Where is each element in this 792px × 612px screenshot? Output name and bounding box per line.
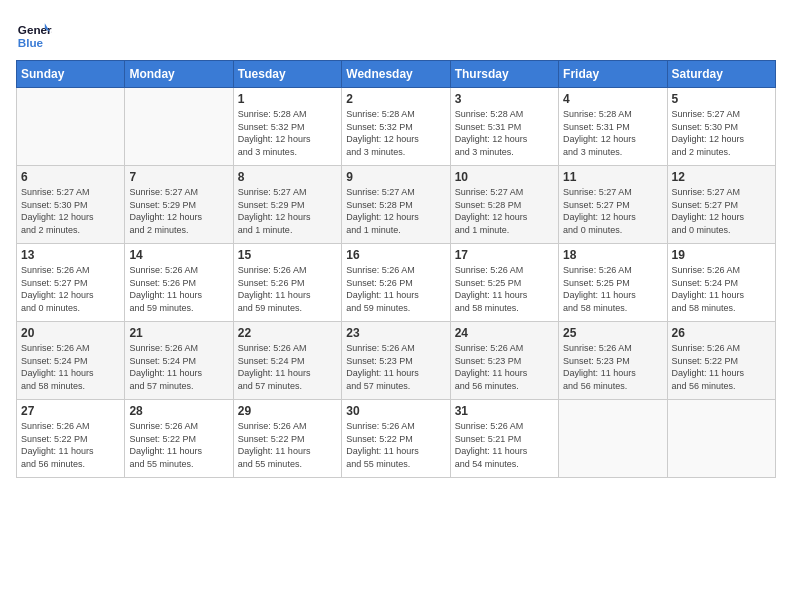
day-info: Sunrise: 5:26 AM Sunset: 5:23 PM Dayligh… [346,342,445,392]
day-info: Sunrise: 5:26 AM Sunset: 5:21 PM Dayligh… [455,420,554,470]
day-number: 12 [672,170,771,184]
calendar-cell: 2Sunrise: 5:28 AM Sunset: 5:32 PM Daylig… [342,88,450,166]
day-info: Sunrise: 5:26 AM Sunset: 5:24 PM Dayligh… [129,342,228,392]
day-info: Sunrise: 5:26 AM Sunset: 5:22 PM Dayligh… [672,342,771,392]
calendar-cell [667,400,775,478]
weekday-header-row: SundayMondayTuesdayWednesdayThursdayFrid… [17,61,776,88]
day-number: 21 [129,326,228,340]
day-info: Sunrise: 5:26 AM Sunset: 5:26 PM Dayligh… [238,264,337,314]
day-info: Sunrise: 5:28 AM Sunset: 5:32 PM Dayligh… [346,108,445,158]
calendar-cell: 5Sunrise: 5:27 AM Sunset: 5:30 PM Daylig… [667,88,775,166]
day-info: Sunrise: 5:26 AM Sunset: 5:22 PM Dayligh… [238,420,337,470]
calendar-cell [559,400,667,478]
day-info: Sunrise: 5:28 AM Sunset: 5:32 PM Dayligh… [238,108,337,158]
calendar-cell: 13Sunrise: 5:26 AM Sunset: 5:27 PM Dayli… [17,244,125,322]
weekday-saturday: Saturday [667,61,775,88]
day-number: 17 [455,248,554,262]
day-number: 22 [238,326,337,340]
calendar-cell: 16Sunrise: 5:26 AM Sunset: 5:26 PM Dayli… [342,244,450,322]
calendar-cell: 20Sunrise: 5:26 AM Sunset: 5:24 PM Dayli… [17,322,125,400]
calendar-cell: 29Sunrise: 5:26 AM Sunset: 5:22 PM Dayli… [233,400,341,478]
day-info: Sunrise: 5:26 AM Sunset: 5:23 PM Dayligh… [455,342,554,392]
weekday-tuesday: Tuesday [233,61,341,88]
day-info: Sunrise: 5:26 AM Sunset: 5:27 PM Dayligh… [21,264,120,314]
calendar-cell: 23Sunrise: 5:26 AM Sunset: 5:23 PM Dayli… [342,322,450,400]
calendar-table: SundayMondayTuesdayWednesdayThursdayFrid… [16,60,776,478]
day-number: 10 [455,170,554,184]
day-number: 3 [455,92,554,106]
day-number: 8 [238,170,337,184]
day-number: 23 [346,326,445,340]
day-number: 6 [21,170,120,184]
day-number: 13 [21,248,120,262]
calendar-cell: 12Sunrise: 5:27 AM Sunset: 5:27 PM Dayli… [667,166,775,244]
day-info: Sunrise: 5:27 AM Sunset: 5:27 PM Dayligh… [672,186,771,236]
day-info: Sunrise: 5:27 AM Sunset: 5:27 PM Dayligh… [563,186,662,236]
calendar-cell: 1Sunrise: 5:28 AM Sunset: 5:32 PM Daylig… [233,88,341,166]
day-info: Sunrise: 5:28 AM Sunset: 5:31 PM Dayligh… [563,108,662,158]
calendar-cell: 14Sunrise: 5:26 AM Sunset: 5:26 PM Dayli… [125,244,233,322]
day-number: 30 [346,404,445,418]
calendar-week-5: 27Sunrise: 5:26 AM Sunset: 5:22 PM Dayli… [17,400,776,478]
calendar-cell [125,88,233,166]
day-info: Sunrise: 5:26 AM Sunset: 5:22 PM Dayligh… [21,420,120,470]
calendar-cell: 24Sunrise: 5:26 AM Sunset: 5:23 PM Dayli… [450,322,558,400]
day-number: 28 [129,404,228,418]
calendar-week-3: 13Sunrise: 5:26 AM Sunset: 5:27 PM Dayli… [17,244,776,322]
day-number: 26 [672,326,771,340]
calendar-week-1: 1Sunrise: 5:28 AM Sunset: 5:32 PM Daylig… [17,88,776,166]
day-number: 31 [455,404,554,418]
calendar-cell: 11Sunrise: 5:27 AM Sunset: 5:27 PM Dayli… [559,166,667,244]
weekday-monday: Monday [125,61,233,88]
calendar-cell: 28Sunrise: 5:26 AM Sunset: 5:22 PM Dayli… [125,400,233,478]
day-info: Sunrise: 5:27 AM Sunset: 5:29 PM Dayligh… [129,186,228,236]
day-number: 18 [563,248,662,262]
weekday-sunday: Sunday [17,61,125,88]
calendar-cell: 19Sunrise: 5:26 AM Sunset: 5:24 PM Dayli… [667,244,775,322]
day-info: Sunrise: 5:26 AM Sunset: 5:24 PM Dayligh… [672,264,771,314]
day-number: 11 [563,170,662,184]
day-number: 4 [563,92,662,106]
logo-icon: General Blue [16,16,52,52]
day-number: 5 [672,92,771,106]
day-info: Sunrise: 5:27 AM Sunset: 5:30 PM Dayligh… [21,186,120,236]
weekday-wednesday: Wednesday [342,61,450,88]
calendar-cell: 31Sunrise: 5:26 AM Sunset: 5:21 PM Dayli… [450,400,558,478]
day-number: 29 [238,404,337,418]
calendar-cell: 27Sunrise: 5:26 AM Sunset: 5:22 PM Dayli… [17,400,125,478]
calendar-cell: 18Sunrise: 5:26 AM Sunset: 5:25 PM Dayli… [559,244,667,322]
day-info: Sunrise: 5:26 AM Sunset: 5:22 PM Dayligh… [346,420,445,470]
calendar-week-4: 20Sunrise: 5:26 AM Sunset: 5:24 PM Dayli… [17,322,776,400]
calendar-cell [17,88,125,166]
day-info: Sunrise: 5:26 AM Sunset: 5:24 PM Dayligh… [21,342,120,392]
day-number: 25 [563,326,662,340]
svg-text:Blue: Blue [18,36,44,49]
calendar-cell: 7Sunrise: 5:27 AM Sunset: 5:29 PM Daylig… [125,166,233,244]
calendar-cell: 6Sunrise: 5:27 AM Sunset: 5:30 PM Daylig… [17,166,125,244]
day-number: 1 [238,92,337,106]
calendar-cell: 17Sunrise: 5:26 AM Sunset: 5:25 PM Dayli… [450,244,558,322]
day-number: 16 [346,248,445,262]
calendar-cell: 10Sunrise: 5:27 AM Sunset: 5:28 PM Dayli… [450,166,558,244]
day-info: Sunrise: 5:26 AM Sunset: 5:26 PM Dayligh… [129,264,228,314]
calendar-cell: 21Sunrise: 5:26 AM Sunset: 5:24 PM Dayli… [125,322,233,400]
calendar-body: 1Sunrise: 5:28 AM Sunset: 5:32 PM Daylig… [17,88,776,478]
day-number: 9 [346,170,445,184]
day-info: Sunrise: 5:27 AM Sunset: 5:30 PM Dayligh… [672,108,771,158]
calendar-cell: 4Sunrise: 5:28 AM Sunset: 5:31 PM Daylig… [559,88,667,166]
calendar-cell: 26Sunrise: 5:26 AM Sunset: 5:22 PM Dayli… [667,322,775,400]
day-number: 19 [672,248,771,262]
day-number: 2 [346,92,445,106]
weekday-friday: Friday [559,61,667,88]
calendar-cell: 25Sunrise: 5:26 AM Sunset: 5:23 PM Dayli… [559,322,667,400]
calendar-cell: 3Sunrise: 5:28 AM Sunset: 5:31 PM Daylig… [450,88,558,166]
logo: General Blue [16,16,52,52]
day-number: 15 [238,248,337,262]
calendar-cell: 9Sunrise: 5:27 AM Sunset: 5:28 PM Daylig… [342,166,450,244]
day-info: Sunrise: 5:26 AM Sunset: 5:24 PM Dayligh… [238,342,337,392]
calendar-cell: 8Sunrise: 5:27 AM Sunset: 5:29 PM Daylig… [233,166,341,244]
day-number: 7 [129,170,228,184]
day-number: 24 [455,326,554,340]
calendar-cell: 30Sunrise: 5:26 AM Sunset: 5:22 PM Dayli… [342,400,450,478]
day-info: Sunrise: 5:26 AM Sunset: 5:25 PM Dayligh… [563,264,662,314]
